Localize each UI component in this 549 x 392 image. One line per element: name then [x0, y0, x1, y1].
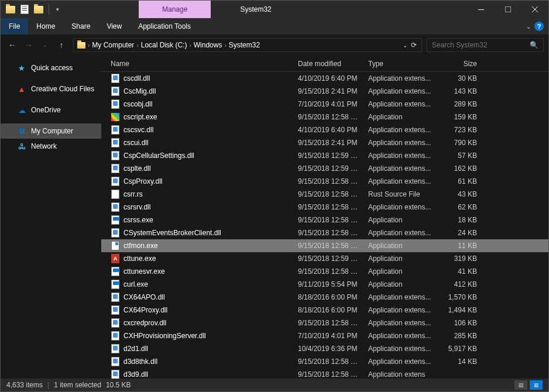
qat-dropdown-icon[interactable]: ▾: [53, 6, 63, 12]
search-input[interactable]: [432, 41, 530, 49]
address-bar[interactable]: › My Computer › Local Disk (C:) › Window…: [73, 38, 422, 52]
help-icon[interactable]: ?: [534, 22, 544, 31]
column-date[interactable]: Date modified: [293, 60, 363, 68]
folder-icon[interactable]: [4, 3, 17, 16]
star-icon: ★: [17, 63, 26, 73]
share-tab[interactable]: Share: [63, 18, 98, 35]
ribbon-tabs: File Home Share View Application Tools ⌄…: [1, 18, 548, 35]
expand-ribbon-icon[interactable]: ⌄: [526, 23, 531, 30]
file-row[interactable]: CX64Proxy.dll8/18/2016 6:00 PMApplicatio…: [101, 304, 548, 317]
chevron-right-icon[interactable]: ›: [135, 42, 139, 49]
breadcrumb-segment[interactable]: Windows: [193, 41, 224, 49]
file-type: Application extens...: [363, 293, 437, 301]
search-box[interactable]: 🔍: [427, 38, 544, 52]
back-button[interactable]: ←: [5, 38, 19, 52]
file-row[interactable]: cscui.dll9/15/2018 2:41 PMApplication ex…: [101, 136, 548, 149]
sidebar-item-creative-cloud-files[interactable]: ▲Creative Cloud Files: [1, 81, 101, 97]
sidebar-item-quick-access[interactable]: ★Quick access: [1, 60, 101, 75]
file-row[interactable]: cxcredprov.dll9/15/2018 12:58 PMApplicat…: [101, 317, 548, 329]
file-row[interactable]: CspProxy.dll9/15/2018 12:58 PMApplicatio…: [101, 175, 548, 188]
file-row[interactable]: cscdll.dll4/10/2019 6:40 PMApplication e…: [101, 72, 548, 85]
svg-rect-0: [478, 9, 484, 10]
file-list[interactable]: cscdll.dll4/10/2019 6:40 PMApplication e…: [101, 72, 548, 379]
column-type[interactable]: Type: [363, 60, 437, 68]
new-folder-icon[interactable]: [32, 3, 45, 16]
file-row[interactable]: csrsrv.dll9/15/2018 12:58 PMApplication …: [101, 201, 548, 214]
sidebar-item-label: Quick access: [31, 64, 73, 72]
chevron-right-icon[interactable]: ›: [188, 42, 192, 49]
file-type: Application extens...: [363, 87, 437, 95]
file-name: cscdll.dll: [106, 74, 293, 83]
file-size: 162 KB: [437, 164, 482, 173]
navigation-pane[interactable]: ★Quick access▲Creative Cloud Files☁OneDr…: [1, 56, 101, 379]
chevron-right-icon[interactable]: ›: [87, 42, 91, 49]
chevron-down-icon[interactable]: ⌄: [403, 42, 407, 49]
maximize-button[interactable]: [495, 1, 521, 18]
forward-button[interactable]: →: [22, 38, 36, 52]
thumbnails-view-button[interactable]: ▦: [530, 380, 543, 390]
file-date: 9/15/2018 12:58 PM: [293, 370, 363, 379]
file-name: cttunesvr.exe: [106, 267, 293, 276]
file-row[interactable]: d3d9.dll9/15/2018 12:58 PMApplication ex…: [101, 368, 548, 379]
breadcrumb-segment[interactable]: System32: [228, 41, 261, 49]
file-date: 9/15/2018 12:59 PM: [293, 255, 363, 263]
file-row[interactable]: curl.exe9/11/2019 5:54 PMApplication412 …: [101, 278, 548, 291]
file-type: Application extens...: [363, 319, 437, 327]
file-row[interactable]: csrss.exe9/15/2018 12:58 PMApplication18…: [101, 214, 548, 226]
column-size[interactable]: Size: [437, 60, 482, 68]
file-date: 4/10/2019 6:40 PM: [293, 126, 363, 134]
file-size: 159 KB: [437, 113, 482, 121]
file-row[interactable]: cscobj.dll7/10/2019 4:01 PMApplication e…: [101, 98, 548, 111]
view-tab[interactable]: View: [98, 18, 130, 35]
manage-context-tab[interactable]: Manage: [139, 1, 211, 18]
home-tab[interactable]: Home: [28, 18, 63, 35]
file-row[interactable]: CscMig.dll9/15/2018 2:41 PMApplication e…: [101, 85, 548, 98]
file-row[interactable]: cscript.exe9/15/2018 12:58 PMApplication…: [101, 111, 548, 123]
up-button[interactable]: ↑: [54, 38, 68, 52]
file-row[interactable]: CX64APO.dll8/18/2016 6:00 PMApplication …: [101, 291, 548, 304]
column-name[interactable]: Name: [106, 60, 293, 68]
file-name: CSystemEventsBrokerClient.dll: [106, 228, 293, 238]
file-row[interactable]: cttunesvr.exe9/15/2018 12:58 PMApplicati…: [101, 265, 548, 278]
sidebar-item-onedrive[interactable]: ☁OneDrive: [1, 102, 101, 118]
details-view-button[interactable]: ▤: [514, 380, 527, 390]
file-tab[interactable]: File: [1, 18, 28, 35]
file-date: 8/18/2016 6:00 PM: [293, 306, 363, 314]
file-name: CspCellularSettings.dll: [106, 151, 293, 160]
file-date: 7/10/2019 4:01 PM: [293, 332, 363, 340]
breadcrumb-segment[interactable]: My Computer: [91, 41, 135, 49]
recent-dropdown-icon[interactable]: ⌄: [38, 38, 52, 52]
file-name: curl.exe: [106, 280, 293, 289]
file-size: 412 KB: [437, 280, 482, 288]
refresh-icon[interactable]: ⟳: [411, 41, 417, 49]
file-type: Application: [363, 267, 437, 276]
separator: |: [47, 381, 49, 389]
file-type: Application extens...: [363, 74, 437, 82]
sidebar-item-network[interactable]: 🖧Network: [1, 139, 101, 154]
file-date: 9/15/2018 12:58 PM: [293, 319, 363, 327]
file-row[interactable]: csplte.dll9/15/2018 12:59 PMApplication …: [101, 162, 548, 175]
sidebar-item-my-computer[interactable]: 🖥My Computer: [1, 123, 101, 139]
file-row[interactable]: d3d8thk.dll9/15/2018 12:58 PMApplication…: [101, 355, 548, 368]
file-date: 9/11/2019 5:54 PM: [293, 280, 363, 288]
breadcrumb-segment[interactable]: Local Disk (C:): [140, 41, 188, 49]
file-type: Application: [363, 242, 437, 250]
application-tools-tab[interactable]: Application Tools: [130, 18, 199, 35]
file-row[interactable]: CspCellularSettings.dll9/15/2018 12:59 P…: [101, 149, 548, 162]
file-row[interactable]: ctfmon.exe9/15/2018 12:58 PMApplication1…: [101, 239, 548, 252]
file-row[interactable]: Acttune.exe9/15/2018 12:59 PMApplication…: [101, 252, 548, 265]
properties-icon[interactable]: [18, 3, 31, 16]
close-button[interactable]: [521, 1, 548, 18]
search-icon[interactable]: 🔍: [530, 41, 538, 49]
file-row[interactable]: csrr.rs9/15/2018 12:58 PMRust Source Fil…: [101, 188, 548, 201]
file-row[interactable]: d2d1.dll10/4/2019 6:36 PMApplication ext…: [101, 342, 548, 355]
file-type: Application extens...: [363, 203, 437, 211]
file-size: 106 KB: [437, 319, 482, 327]
titlebar[interactable]: ▾ Manage System32: [1, 1, 548, 18]
minimize-button[interactable]: [468, 1, 495, 18]
file-row[interactable]: CXHProvisioningServer.dll7/10/2019 4:01 …: [101, 329, 548, 342]
file-name: CX64APO.dll: [106, 293, 293, 302]
file-row[interactable]: cscsvc.dll4/10/2019 6:40 PMApplication e…: [101, 123, 548, 136]
file-row[interactable]: CSystemEventsBrokerClient.dll9/15/2018 1…: [101, 226, 548, 239]
chevron-right-icon[interactable]: ›: [223, 42, 227, 49]
